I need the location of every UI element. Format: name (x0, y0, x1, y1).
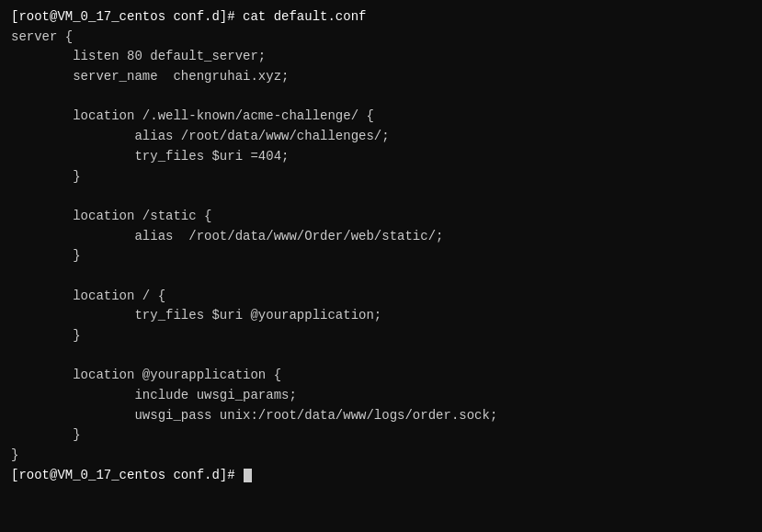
try-files1-line: try_files $uri =404; (11, 147, 751, 167)
command-line: [root@VM_0_17_centos conf.d]# cat defaul… (11, 7, 751, 28)
location4-close: } (11, 425, 751, 446)
location1-open: location /.well-known/acme-challenge/ { (11, 107, 751, 127)
blank-2 (11, 187, 751, 207)
prompt-end-line: [root@VM_0_17_centos conf.d]# (11, 466, 751, 486)
location4-open: location @yourapplication { (11, 366, 751, 386)
include-line: include uwsgi_params; (11, 386, 751, 406)
listen-line: listen 80 default_server; (11, 47, 751, 67)
server-open: server { (11, 28, 751, 48)
alias1-line: alias /root/data/www/challenges/; (11, 127, 751, 147)
location3-close: } (11, 326, 751, 346)
server-close: } (11, 446, 751, 466)
location3-open: location / { (11, 287, 751, 307)
blank-3 (11, 266, 751, 287)
blank-1 (11, 87, 751, 108)
terminal-window: [root@VM_0_17_centos conf.d]# cat defaul… (0, 0, 762, 532)
alias2-line: alias /root/data/www/Order/web/static/; (11, 227, 751, 247)
cursor-block (244, 469, 252, 482)
location2-close: } (11, 246, 751, 266)
blank-4 (11, 346, 751, 367)
server-name-line: server_name chengruhai.xyz; (11, 67, 751, 87)
location2-open: location /static { (11, 207, 751, 227)
location1-close: } (11, 167, 751, 187)
uwsgi-pass-line: uwsgi_pass unix:/root/data/www/logs/orde… (11, 406, 751, 426)
try-files2-line: try_files $uri @yourapplication; (11, 306, 751, 326)
